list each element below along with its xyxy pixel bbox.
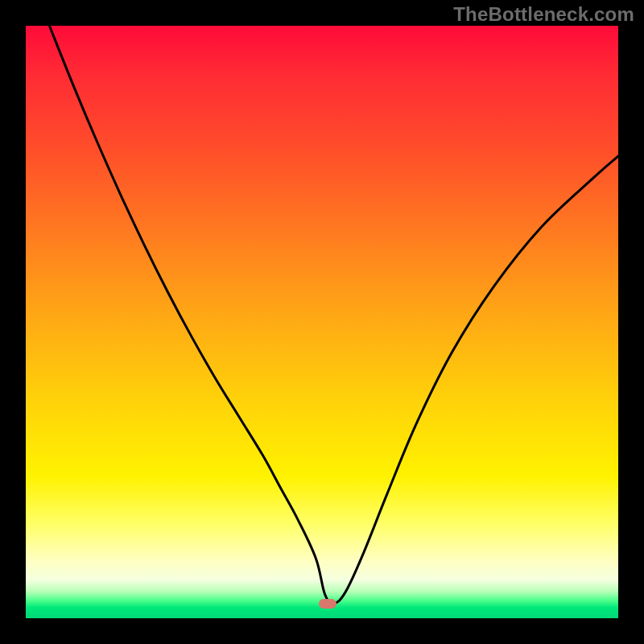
bottleneck-curve-path [49, 26, 618, 604]
plot-area [26, 26, 618, 618]
curve-svg [26, 26, 618, 618]
watermark-text: TheBottleneck.com [453, 3, 634, 26]
optimal-point-marker [319, 599, 336, 609]
chart-frame: TheBottleneck.com [0, 0, 644, 644]
